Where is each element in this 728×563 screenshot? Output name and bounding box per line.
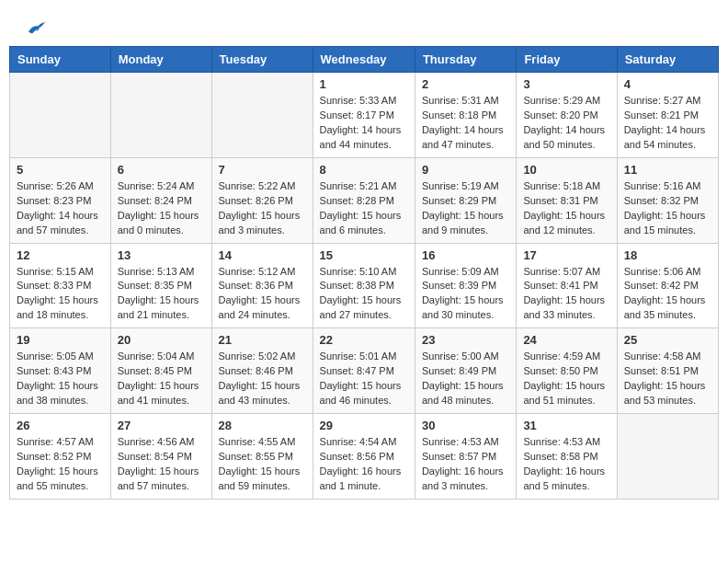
calendar-cell: 25Sunrise: 4:58 AM Sunset: 8:51 PM Dayli… <box>617 328 718 414</box>
day-info: Sunrise: 5:01 AM Sunset: 8:47 PM Dayligh… <box>320 350 408 408</box>
calendar-cell: 1Sunrise: 5:33 AM Sunset: 8:17 PM Daylig… <box>313 73 415 158</box>
logo-bird-icon <box>25 18 47 37</box>
day-number: 24 <box>523 333 609 347</box>
calendar-cell <box>211 73 313 158</box>
day-number: 4 <box>624 77 711 91</box>
day-info: Sunrise: 5:21 AM Sunset: 8:28 PM Dayligh… <box>320 179 408 238</box>
day-info: Sunrise: 4:53 AM Sunset: 8:58 PM Dayligh… <box>523 435 609 494</box>
day-number: 29 <box>320 419 408 432</box>
day-number: 11 <box>624 163 711 177</box>
weekday-header-row: SundayMondayTuesdayWednesdayThursdayFrid… <box>10 47 719 73</box>
day-number: 17 <box>523 248 609 262</box>
calendar-cell <box>617 414 718 500</box>
calendar-cell: 27Sunrise: 4:56 AM Sunset: 8:54 PM Dayli… <box>110 414 211 500</box>
logo <box>23 18 47 37</box>
weekday-header-tuesday: Tuesday <box>211 47 313 73</box>
day-number: 19 <box>17 333 104 347</box>
day-number: 14 <box>219 248 306 262</box>
day-info: Sunrise: 5:26 AM Sunset: 8:23 PM Dayligh… <box>17 179 104 238</box>
calendar-cell: 29Sunrise: 4:54 AM Sunset: 8:56 PM Dayli… <box>313 414 415 500</box>
day-info: Sunrise: 5:04 AM Sunset: 8:45 PM Dayligh… <box>118 350 205 408</box>
day-number: 8 <box>320 163 408 177</box>
day-info: Sunrise: 5:12 AM Sunset: 8:36 PM Dayligh… <box>219 265 306 324</box>
calendar-cell: 23Sunrise: 5:00 AM Sunset: 8:49 PM Dayli… <box>415 328 516 414</box>
day-number: 21 <box>219 333 306 347</box>
calendar-cell: 11Sunrise: 5:16 AM Sunset: 8:32 PM Dayli… <box>617 157 718 243</box>
weekday-header-saturday: Saturday <box>617 47 718 73</box>
day-number: 18 <box>624 248 711 262</box>
day-info: Sunrise: 5:24 AM Sunset: 8:24 PM Dayligh… <box>118 179 205 238</box>
calendar-week-row: 12Sunrise: 5:15 AM Sunset: 8:33 PM Dayli… <box>10 243 719 328</box>
calendar-cell: 21Sunrise: 5:02 AM Sunset: 8:46 PM Dayli… <box>211 328 313 414</box>
day-info: Sunrise: 4:57 AM Sunset: 8:52 PM Dayligh… <box>17 435 104 494</box>
calendar-cell <box>110 73 211 158</box>
calendar-cell: 4Sunrise: 5:27 AM Sunset: 8:21 PM Daylig… <box>617 73 718 158</box>
calendar-cell: 13Sunrise: 5:13 AM Sunset: 8:35 PM Dayli… <box>110 243 211 328</box>
day-number: 25 <box>624 333 711 347</box>
day-info: Sunrise: 5:09 AM Sunset: 8:39 PM Dayligh… <box>422 265 509 324</box>
day-number: 22 <box>320 333 408 347</box>
day-info: Sunrise: 5:19 AM Sunset: 8:29 PM Dayligh… <box>422 179 509 238</box>
day-info: Sunrise: 5:10 AM Sunset: 8:38 PM Dayligh… <box>320 265 408 324</box>
day-info: Sunrise: 5:16 AM Sunset: 8:32 PM Dayligh… <box>624 179 711 238</box>
calendar-cell: 26Sunrise: 4:57 AM Sunset: 8:52 PM Dayli… <box>10 414 111 500</box>
calendar-cell: 22Sunrise: 5:01 AM Sunset: 8:47 PM Dayli… <box>313 328 415 414</box>
day-number: 6 <box>118 163 205 177</box>
weekday-header-thursday: Thursday <box>415 47 516 73</box>
day-info: Sunrise: 5:02 AM Sunset: 8:46 PM Dayligh… <box>219 350 306 408</box>
calendar-week-row: 1Sunrise: 5:33 AM Sunset: 8:17 PM Daylig… <box>10 73 719 158</box>
day-info: Sunrise: 5:06 AM Sunset: 8:42 PM Dayligh… <box>624 265 711 324</box>
day-number: 31 <box>523 419 609 432</box>
calendar-cell: 9Sunrise: 5:19 AM Sunset: 8:29 PM Daylig… <box>415 157 516 243</box>
day-number: 12 <box>17 248 104 262</box>
calendar-cell: 20Sunrise: 5:04 AM Sunset: 8:45 PM Dayli… <box>110 328 211 414</box>
calendar-table: SundayMondayTuesdayWednesdayThursdayFrid… <box>9 46 719 500</box>
day-number: 27 <box>118 419 205 432</box>
day-number: 3 <box>523 77 609 91</box>
day-number: 20 <box>118 333 205 347</box>
calendar-cell: 7Sunrise: 5:22 AM Sunset: 8:26 PM Daylig… <box>211 157 313 243</box>
day-info: Sunrise: 4:55 AM Sunset: 8:55 PM Dayligh… <box>219 435 306 494</box>
day-info: Sunrise: 5:05 AM Sunset: 8:43 PM Dayligh… <box>17 350 104 408</box>
day-info: Sunrise: 5:27 AM Sunset: 8:21 PM Dayligh… <box>624 94 711 153</box>
calendar-cell: 8Sunrise: 5:21 AM Sunset: 8:28 PM Daylig… <box>313 157 415 243</box>
calendar-cell: 6Sunrise: 5:24 AM Sunset: 8:24 PM Daylig… <box>110 157 211 243</box>
calendar-cell: 16Sunrise: 5:09 AM Sunset: 8:39 PM Dayli… <box>415 243 516 328</box>
calendar-cell: 12Sunrise: 5:15 AM Sunset: 8:33 PM Dayli… <box>10 243 111 328</box>
day-info: Sunrise: 5:31 AM Sunset: 8:18 PM Dayligh… <box>422 94 509 153</box>
day-number: 15 <box>320 248 408 262</box>
day-number: 10 <box>523 163 609 177</box>
day-info: Sunrise: 5:29 AM Sunset: 8:20 PM Dayligh… <box>523 94 609 153</box>
day-number: 16 <box>422 248 509 262</box>
day-info: Sunrise: 5:00 AM Sunset: 8:49 PM Dayligh… <box>422 350 509 408</box>
day-info: Sunrise: 5:13 AM Sunset: 8:35 PM Dayligh… <box>118 265 205 324</box>
day-info: Sunrise: 4:53 AM Sunset: 8:57 PM Dayligh… <box>422 435 509 494</box>
calendar-cell: 28Sunrise: 4:55 AM Sunset: 8:55 PM Dayli… <box>211 414 313 500</box>
day-info: Sunrise: 5:22 AM Sunset: 8:26 PM Dayligh… <box>219 179 306 238</box>
calendar-cell: 31Sunrise: 4:53 AM Sunset: 8:58 PM Dayli… <box>517 414 617 500</box>
calendar-cell: 10Sunrise: 5:18 AM Sunset: 8:31 PM Dayli… <box>517 157 617 243</box>
day-info: Sunrise: 4:54 AM Sunset: 8:56 PM Dayligh… <box>320 435 408 494</box>
calendar-cell: 18Sunrise: 5:06 AM Sunset: 8:42 PM Dayli… <box>617 243 718 328</box>
weekday-header-wednesday: Wednesday <box>313 47 415 73</box>
day-number: 1 <box>320 77 408 91</box>
day-info: Sunrise: 4:58 AM Sunset: 8:51 PM Dayligh… <box>624 350 711 408</box>
day-number: 9 <box>422 163 509 177</box>
day-info: Sunrise: 4:59 AM Sunset: 8:50 PM Dayligh… <box>523 350 609 408</box>
calendar-cell: 30Sunrise: 4:53 AM Sunset: 8:57 PM Dayli… <box>415 414 516 500</box>
calendar-cell: 3Sunrise: 5:29 AM Sunset: 8:20 PM Daylig… <box>517 73 617 158</box>
day-number: 2 <box>422 77 509 91</box>
calendar-week-row: 26Sunrise: 4:57 AM Sunset: 8:52 PM Dayli… <box>10 414 719 500</box>
page-header <box>9 9 719 41</box>
calendar-week-row: 5Sunrise: 5:26 AM Sunset: 8:23 PM Daylig… <box>10 157 719 243</box>
calendar-cell: 15Sunrise: 5:10 AM Sunset: 8:38 PM Dayli… <box>313 243 415 328</box>
weekday-header-monday: Monday <box>110 47 211 73</box>
day-number: 5 <box>17 163 104 177</box>
day-number: 26 <box>17 419 104 432</box>
day-info: Sunrise: 5:15 AM Sunset: 8:33 PM Dayligh… <box>17 265 104 324</box>
calendar-cell: 24Sunrise: 4:59 AM Sunset: 8:50 PM Dayli… <box>517 328 617 414</box>
weekday-header-friday: Friday <box>517 47 617 73</box>
day-number: 30 <box>422 419 509 432</box>
weekday-header-sunday: Sunday <box>10 47 111 73</box>
day-info: Sunrise: 5:07 AM Sunset: 8:41 PM Dayligh… <box>523 265 609 324</box>
